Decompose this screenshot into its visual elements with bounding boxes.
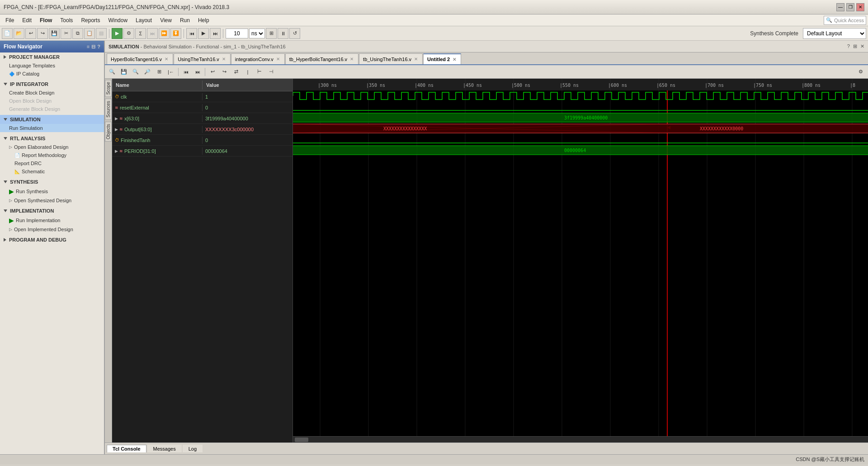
nav-create-block-design[interactable]: Create Block Design (0, 89, 104, 97)
signal-row-output[interactable]: ▶ ≋ Output[63:0] XXXXXXXX3c000000 (112, 124, 292, 135)
output-expand-icon[interactable]: ▶ (115, 127, 118, 132)
nav-open-implemented-design[interactable]: ▷ Open Implemented Design (0, 225, 104, 233)
step3-button[interactable]: ⏬ (170, 28, 181, 39)
tab-integration-close[interactable]: ✕ (275, 57, 281, 62)
sim-time-unit-select[interactable]: ns ps us (249, 29, 265, 38)
wt-first-btn[interactable]: ⏮ (180, 67, 191, 77)
sim-settings-button[interactable]: ⚙ (123, 28, 134, 39)
paste-button[interactable]: 📋 (84, 28, 95, 39)
nav-schematic[interactable]: 📐 Schematic (0, 167, 104, 176)
copy-button[interactable]: ⧉ (72, 28, 83, 39)
wt-search-btn[interactable]: 🔍 (107, 67, 118, 77)
tab-usingtanh[interactable]: UsingTheTanh16.v ✕ (174, 53, 231, 64)
nav-open-block-design[interactable]: Open Block Design (0, 97, 104, 105)
nav-ip-catalog[interactable]: 🔷 IP Catalog (0, 70, 104, 78)
nav-run-simulation[interactable]: Run Simulation (0, 124, 104, 132)
menu-layout[interactable]: Layout (132, 16, 156, 24)
section-implementation[interactable]: IMPLEMENTATION (0, 206, 104, 215)
tab-hyperbolic[interactable]: HyperBolicTangent16.v ✕ (107, 53, 173, 64)
section-program-debug[interactable]: PROGRAM AND DEBUG (0, 235, 104, 244)
signal-row-finished[interactable]: ⏱ FinishedTanh 0 (112, 135, 292, 146)
h-scrollbar[interactable] (293, 436, 868, 442)
menu-view[interactable]: View (156, 16, 175, 24)
tab-hyperbolic-close[interactable]: ✕ (164, 57, 169, 62)
sim-close-icon[interactable]: ✕ (860, 43, 864, 49)
wt-prev-edge-btn[interactable]: ↩ (207, 67, 218, 77)
section-project-manager[interactable]: PROJECT MANAGER (0, 52, 104, 62)
close-button[interactable]: ✕ (856, 3, 864, 11)
nav-run-implementation[interactable]: ▶ Run Implementation (0, 215, 104, 225)
wt-swap-btn[interactable]: ⇄ (231, 67, 241, 77)
tab-tb-using[interactable]: tb_UsingTheTanh16.v ✕ (359, 53, 423, 64)
nav-icon-1[interactable]: ≡ (87, 44, 90, 50)
tab-log[interactable]: Log (183, 445, 203, 452)
sources-panel-tab[interactable]: Sources (105, 99, 112, 120)
scope-panel-tab[interactable]: Scope (105, 80, 112, 97)
wt-marker2-btn[interactable]: ⊢ (254, 67, 265, 77)
nav-open-synthesized-design[interactable]: ▷ Open Synthesized Design (0, 196, 104, 204)
open-button[interactable]: 📂 (14, 28, 24, 39)
wt-save-btn[interactable]: 💾 (118, 67, 129, 77)
wt-marker-btn[interactable]: | (242, 67, 253, 77)
tab-tb-hyperbolic-close[interactable]: ✕ (349, 57, 354, 62)
step-button[interactable]: ⏭ (147, 28, 158, 39)
minimize-button[interactable]: — (836, 3, 844, 11)
undo-button[interactable]: ↩ (25, 28, 36, 39)
quick-access-search[interactable]: 🔍 Quick Access (824, 16, 866, 25)
tab-tcl-console[interactable]: Tcl Console (107, 445, 146, 452)
menu-tools[interactable]: Tools (57, 16, 76, 24)
prev-button[interactable]: ⏮ (186, 28, 197, 39)
tab-messages[interactable]: Messages (147, 445, 182, 452)
signal-row-reset[interactable]: ≋ resetExternal 0 (112, 102, 292, 113)
tab-usingtanh-close[interactable]: ✕ (221, 57, 226, 62)
wt-last-btn[interactable]: ⏭ (192, 67, 203, 77)
wt-next-edge-btn[interactable]: ↪ (219, 67, 230, 77)
tab-integration[interactable]: integrationConv.v ✕ (231, 53, 285, 64)
section-ip-integrator[interactable]: IP INTEGRATOR (0, 80, 104, 89)
next-button[interactable]: ⏭ (210, 28, 221, 39)
x-expand-icon[interactable]: ▶ (115, 116, 118, 121)
nav-language-templates[interactable]: Language Templates (0, 62, 104, 70)
nav-report-methodology[interactable]: 📄 Report Methodology (0, 151, 104, 159)
sim-help-icon[interactable]: ? (847, 43, 850, 49)
wt-zoomselect-btn[interactable]: ⊞ (154, 67, 165, 77)
wt-zoomfit-btn[interactable]: 🔍 (130, 67, 141, 77)
signal-row-period[interactable]: ▶ ≋ PERIOD[31:0] 00000064 (112, 146, 292, 157)
wt-zoomout-btn[interactable]: 🔎 (142, 67, 153, 77)
wt-settings-btn[interactable]: ⚙ (855, 67, 866, 77)
nav-report-drc[interactable]: Report DRC (0, 159, 104, 167)
layout-select[interactable]: Default Layout (803, 28, 866, 39)
section-rtl-analysis[interactable]: RTL ANALYSIS (0, 134, 104, 143)
menu-help[interactable]: Help (194, 16, 213, 24)
signal-row-x[interactable]: ▶ ≋ x[63:0] 3f19999a40400000 (112, 113, 292, 124)
tab-untitled2-close[interactable]: ✕ (452, 57, 457, 62)
tab-tb-using-close[interactable]: ✕ (413, 57, 419, 62)
nav-generate-block-design[interactable]: Generate Block Design (0, 105, 104, 113)
play-button[interactable]: ▶ (198, 28, 209, 39)
wt-marker3-btn[interactable]: ⊣ (266, 67, 277, 77)
paste2-button[interactable]: ▤ (96, 28, 107, 39)
save-button[interactable]: 💾 (49, 28, 60, 39)
wt-cursor1-btn[interactable]: |← (165, 67, 176, 77)
section-synthesis[interactable]: SYNTHESIS (0, 177, 104, 186)
sim-time-input[interactable] (226, 29, 248, 38)
sigma-button[interactable]: Σ (135, 28, 146, 39)
nav-icon-2[interactable]: ⊟ (91, 44, 95, 50)
step2-button[interactable]: ⏩ (159, 28, 170, 39)
signal-row-clk[interactable]: ⏱ clk 1 (112, 91, 292, 102)
time-settings-button[interactable]: ⊞ (266, 28, 277, 39)
menu-reports[interactable]: Reports (77, 16, 104, 24)
menu-file[interactable]: File (2, 16, 18, 24)
run-button[interactable]: ▶ (112, 28, 123, 39)
period-expand-icon[interactable]: ▶ (115, 149, 118, 153)
nav-run-synthesis[interactable]: ▶ Run Synthesis (0, 186, 104, 196)
nav-icon-3[interactable]: ? (97, 44, 100, 50)
cut-button[interactable]: ✂ (61, 28, 71, 39)
menu-edit[interactable]: Edit (19, 16, 35, 24)
objects-panel-tab[interactable]: Objects (105, 122, 112, 142)
redo-button[interactable]: ↪ (37, 28, 48, 39)
section-simulation[interactable]: SIMULATION (0, 115, 104, 124)
waveform-canvas[interactable]: |300 ns |350 ns |400 ns |450 ns |500 ns … (293, 79, 868, 442)
restore-button[interactable]: ❐ (846, 3, 854, 11)
nav-open-elaborated-design[interactable]: ▷ Open Elaborated Design (0, 143, 104, 151)
